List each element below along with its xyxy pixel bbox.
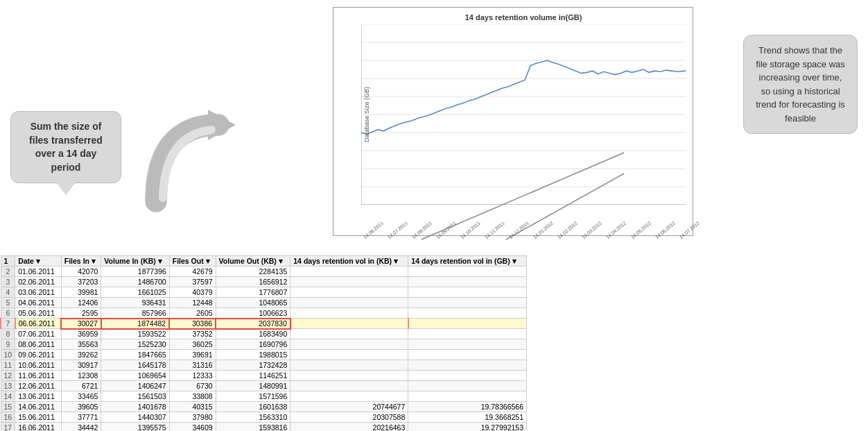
- cell-date: 10.06.2011: [15, 360, 62, 371]
- row-number: 2: [1, 267, 15, 277]
- cell-ret14gb: [408, 298, 527, 308]
- cell-volume-out: 1776807: [216, 287, 290, 298]
- cell-files-out: 12333: [169, 371, 216, 381]
- cell-ret14gb: [408, 350, 527, 360]
- cell-files-in: 37203: [61, 277, 101, 287]
- table-row: 1514.06.20113960514016784031516016382074…: [1, 402, 527, 412]
- cell-ret14kb: [290, 319, 408, 329]
- cell-date: 04.06.2011: [15, 298, 62, 308]
- cell-ret14gb: 19.78366566: [408, 402, 527, 412]
- row-number: 3: [1, 277, 15, 287]
- cell-volume-in: 1486700: [101, 277, 169, 287]
- cell-volume-in: 1593522: [101, 329, 169, 339]
- cell-ret14gb: [408, 329, 527, 339]
- cell-volume-out: 1988015: [216, 350, 290, 360]
- table-row: 1716.06.20113444213955753460915938162021…: [1, 423, 527, 432]
- cell-date: 14.06.2011: [15, 402, 62, 412]
- cell-ret14kb: [290, 371, 408, 381]
- cell-ret14gb: [408, 308, 527, 319]
- cell-ret14kb: [290, 277, 408, 287]
- col-header-ret14kb[interactable]: 14 days retention vol in (KB) ▾: [290, 256, 408, 267]
- cell-ret14gb: [408, 287, 527, 298]
- cell-ret14gb: [408, 267, 527, 277]
- chart-inner: Database Size (GB) 0 5 10 15 20: [361, 24, 686, 205]
- row-number: 8: [1, 329, 15, 339]
- cell-date: 06.06.2011: [15, 319, 62, 329]
- cell-files-in: 30027: [61, 319, 101, 329]
- cell-ret14gb: [408, 277, 527, 287]
- top-section: Sum the size of files transferred over a…: [0, 0, 868, 257]
- cell-volume-out: 1656912: [216, 277, 290, 287]
- row-number: 5: [1, 298, 15, 308]
- cell-volume-out: 1563310: [216, 412, 290, 423]
- cell-date: 05.06.2011: [15, 308, 62, 319]
- col-header-files-in[interactable]: Files In ▾: [61, 256, 101, 267]
- table-header-row: 1 Date ▾ Files In ▾ Volume In (KB) ▾ Fil…: [1, 256, 527, 267]
- cell-volume-out: 2284135: [216, 267, 290, 277]
- cell-volume-out: 1601638: [216, 402, 290, 412]
- chart-svg: 0 5 10 15 20 25 30 35 40 45 50: [361, 24, 686, 205]
- table-row: 1312.06.20116721140624767301480991: [1, 381, 527, 391]
- row-number: 7: [1, 319, 15, 329]
- cell-files-out: 12448: [169, 298, 216, 308]
- cell-files-out: 6730: [169, 381, 216, 391]
- cell-files-out: 37980: [169, 412, 216, 423]
- svg-marker-1: [208, 110, 236, 140]
- cell-ret14kb: [290, 339, 408, 350]
- cell-volume-out: 1683490: [216, 329, 290, 339]
- cell-volume-out: 1146251: [216, 371, 290, 381]
- cell-date: 13.06.2011: [15, 391, 62, 402]
- cell-ret14kb: [290, 391, 408, 402]
- cell-files-out: 36025: [169, 339, 216, 350]
- cell-ret14kb: [290, 298, 408, 308]
- cell-volume-out: 1593816: [216, 423, 290, 432]
- cell-volume-in: 936431: [101, 298, 169, 308]
- cell-date: 16.06.2011: [15, 423, 62, 432]
- cell-files-in: 39605: [61, 402, 101, 412]
- cell-ret14gb: 19.27992153: [408, 423, 527, 432]
- row-number: 14: [1, 391, 15, 402]
- cell-volume-out: 1690796: [216, 339, 290, 350]
- cell-volume-in: 1561503: [101, 391, 169, 402]
- cell-files-in: 33465: [61, 391, 101, 402]
- cell-volume-in: 1874482: [101, 319, 169, 329]
- col-header-volume-out[interactable]: Volume Out (KB) ▾: [216, 256, 290, 267]
- table-row: 302.06.2011372031486700375971656912: [1, 277, 527, 287]
- cell-volume-in: 1069654: [101, 371, 169, 381]
- col-header-ret14gb[interactable]: 14 days retention vol in (GB) ▾: [408, 256, 527, 267]
- row-number: 11: [1, 360, 15, 371]
- cell-volume-in: 1877396: [101, 267, 169, 277]
- cell-files-in: 39262: [61, 350, 101, 360]
- row-number: 10: [1, 350, 15, 360]
- cell-ret14gb: [408, 319, 527, 329]
- cell-volume-in: 1401678: [101, 402, 169, 412]
- cell-files-out: 42679: [169, 267, 216, 277]
- col-header-date[interactable]: Date ▾: [15, 256, 62, 267]
- chart-container: 14 days retention volume in(GB) Database…: [333, 7, 693, 236]
- cell-volume-out: 2037830: [216, 319, 290, 329]
- cell-files-out: 40315: [169, 402, 216, 412]
- cell-files-in: 35563: [61, 339, 101, 350]
- table-row: 605.06.2011259585796626051006623: [1, 308, 527, 319]
- cell-files-out: 37597: [169, 277, 216, 287]
- table-row: 1615.06.20113777114403073798015633102030…: [1, 412, 527, 423]
- cell-date: 11.06.2011: [15, 371, 62, 381]
- cell-date: 01.06.2011: [15, 267, 62, 277]
- cell-date: 02.06.2011: [15, 277, 62, 287]
- table-row: 1009.06.2011392621847665396911988015: [1, 350, 527, 360]
- cell-ret14kb: 20307588: [290, 412, 408, 423]
- cell-volume-in: 1645178: [101, 360, 169, 371]
- col-header-volume-in[interactable]: Volume In (KB) ▾: [101, 256, 169, 267]
- chart-y-label: Database Size (GB): [363, 87, 370, 142]
- cell-files-in: 34442: [61, 423, 101, 432]
- cell-volume-in: 1661025: [101, 287, 169, 298]
- cell-ret14gb: [408, 339, 527, 350]
- cell-files-out: 30386: [169, 319, 216, 329]
- cell-ret14gb: [408, 381, 527, 391]
- cell-volume-out: 1006623: [216, 308, 290, 319]
- cell-files-out: 37352: [169, 329, 216, 339]
- cell-volume-out: 1732428: [216, 360, 290, 371]
- table-row: 908.06.2011355631525230360251690796: [1, 339, 527, 350]
- col-header-files-out[interactable]: Files Out ▾: [169, 256, 216, 267]
- table-body: 201.06.2011420701877396426792284135302.0…: [1, 267, 527, 432]
